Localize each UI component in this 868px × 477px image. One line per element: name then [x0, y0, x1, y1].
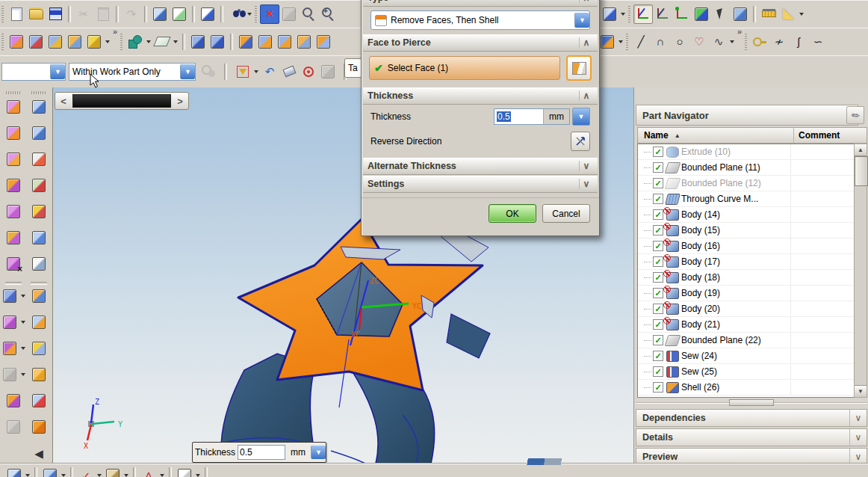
rendering-style-icon[interactable] [692, 4, 711, 24]
type-section-header[interactable]: Type ∧ [363, 0, 598, 7]
move-object-icon[interactable] [84, 32, 104, 52]
offset-surface-icon[interactable] [29, 286, 49, 306]
information-icon[interactable] [198, 4, 217, 24]
grayed-feature-icon[interactable] [0, 365, 19, 384]
status-note-icon[interactable] [175, 466, 194, 477]
visibility-checkbox[interactable]: ✓ [653, 147, 663, 157]
offset-region-icon[interactable] [4, 150, 23, 169]
fit-view-icon[interactable] [260, 4, 279, 24]
fill-view-icon[interactable] [279, 4, 299, 24]
divide-curve-icon[interactable]: ʃ [789, 32, 808, 52]
step-back-icon[interactable]: ↶ [260, 62, 279, 81]
through-curve-mesh-icon[interactable] [29, 123, 49, 143]
selection-scope-combo[interactable]: Within Work Part Only ▼ [69, 63, 196, 81]
visibility-checkbox[interactable]: ✓ [653, 272, 663, 283]
toolbar-grip[interactable] [745, 34, 747, 50]
raise-datum-icon[interactable] [65, 32, 84, 52]
sketch-icon[interactable] [125, 32, 145, 52]
collapse-icon[interactable]: ∧ [579, 90, 593, 101]
panel-bar-details[interactable]: Details∨ [636, 428, 867, 446]
visibility-checkbox[interactable]: ✓ [653, 366, 663, 377]
tree-item-body-20[interactable]: ✓Body (20) [638, 301, 855, 317]
bend-sheet-icon[interactable] [29, 313, 49, 332]
thickness-field[interactable] [238, 445, 285, 460]
new-feature-dropdown-icon[interactable] [621, 13, 625, 16]
frame-slider[interactable]: < > [55, 92, 189, 110]
cancel-button[interactable]: Cancel [542, 204, 590, 223]
expand-icon[interactable]: ∨ [849, 410, 867, 426]
status-check-dropdown-icon[interactable] [97, 474, 102, 477]
new-file-icon[interactable] [7, 4, 26, 24]
visibility-checkbox[interactable]: ✓ [653, 382, 663, 393]
arc-icon[interactable]: ∩ [651, 32, 670, 52]
toolbar-grip[interactable] [626, 34, 628, 50]
cut-icon[interactable]: ✂ [74, 4, 93, 24]
zoom-box-icon[interactable] [299, 4, 318, 24]
edit-cross-section-dropdown-icon[interactable] [21, 347, 25, 350]
thicken-icon[interactable] [314, 32, 333, 52]
select-face-row[interactable]: ✔ Select Face (1) [369, 56, 560, 80]
tree-item-body-15[interactable]: ✓Body (15) [638, 223, 855, 238]
visibility-checkbox[interactable]: ✓ [653, 209, 663, 220]
sketch-dropdown-icon[interactable] [146, 40, 151, 43]
collapse-icon[interactable]: ∧ [579, 0, 593, 3]
toolbar-grip[interactable] [628, 6, 630, 22]
visibility-checkbox[interactable]: ✓ [653, 319, 663, 330]
pin-button[interactable]: ✎ [846, 106, 864, 124]
sheet-brush-icon[interactable] [29, 254, 49, 274]
chevron-down-icon[interactable]: ▼ [311, 446, 326, 459]
tree-item-sew-25[interactable]: ✓Sew (25) [638, 364, 855, 380]
tree-item-bounded-plane-12[interactable]: ✓Bounded Plane (12) [638, 176, 855, 191]
circle-icon[interactable]: ○ [670, 32, 689, 52]
collapse-icon[interactable]: ∧ [579, 37, 593, 48]
selection-name-combo[interactable]: ▼ [1, 63, 66, 81]
toolbar-grip[interactable] [1, 34, 4, 50]
thickness-section-header[interactable]: Thickness ∧ [363, 87, 598, 105]
copy-face-dropdown-icon[interactable] [21, 295, 25, 298]
split-body-icon[interactable] [7, 32, 26, 52]
pattern-face-dropdown-icon[interactable] [21, 321, 25, 324]
redo-icon[interactable]: ↷ [122, 4, 141, 24]
selection-filter-dropdown-icon[interactable] [254, 70, 258, 73]
find-component-dropdown-icon[interactable] [247, 13, 252, 16]
measure-angle-dropdown-icon[interactable] [799, 13, 804, 16]
slider-right-icon[interactable]: > [172, 93, 188, 108]
chevron-down-icon[interactable]: ▼ [180, 64, 195, 79]
face-blend-icon[interactable] [255, 32, 275, 52]
toolbar-grip[interactable] [1, 6, 4, 22]
zoom-in-out-icon[interactable]: + [318, 4, 338, 24]
through-curves-icon[interactable] [29, 97, 49, 117]
emboss-sheet-icon[interactable] [29, 365, 49, 384]
alternate-thickness-header[interactable]: Alternate Thickness ∨ [363, 158, 598, 175]
name-column[interactable]: Name [638, 130, 669, 141]
snap-point-icon[interactable] [299, 62, 318, 81]
tree-column-header[interactable]: Name ▲ Comment [637, 127, 867, 144]
tree-item-shell-26[interactable]: ✓Shell (26) [638, 380, 855, 396]
find-component-icon[interactable] [226, 4, 246, 24]
copy-face-icon[interactable] [0, 286, 19, 306]
trim-curve-icon[interactable]: ≁ [769, 32, 789, 52]
sweep-surface-icon[interactable] [26, 32, 46, 52]
reverse-direction-button[interactable] [571, 132, 590, 151]
chevron-down-icon[interactable]: ▼ [50, 64, 65, 79]
expand-icon[interactable]: ∨ [579, 179, 593, 189]
erase-icon[interactable] [279, 62, 299, 81]
grayed-tool-icon[interactable] [318, 62, 338, 81]
overflow-icon[interactable]: » [737, 28, 742, 36]
bridge-curve-icon[interactable]: ∽ [808, 32, 828, 52]
emboss-body-icon[interactable] [294, 32, 314, 52]
pull-face-icon[interactable] [4, 123, 23, 143]
thicken-sheet-icon[interactable] [29, 417, 49, 437]
sheet-grid-icon[interactable] [29, 202, 49, 221]
open-file-icon[interactable] [26, 4, 46, 24]
studio-surface-icon[interactable] [29, 150, 49, 169]
block-icon[interactable] [236, 32, 255, 52]
slider-track[interactable] [72, 94, 171, 108]
point-constructor-icon[interactable] [672, 4, 692, 24]
shell-tool-dropdown-icon[interactable] [619, 40, 623, 43]
status-note-dropdown-icon[interactable] [196, 474, 200, 477]
delete-face-icon[interactable]: × [4, 254, 23, 274]
edit-cross-section-icon[interactable] [0, 339, 19, 358]
pattern-face-icon[interactable] [0, 313, 19, 332]
tree-item-body-21[interactable]: ✓Body (21) [638, 317, 855, 333]
